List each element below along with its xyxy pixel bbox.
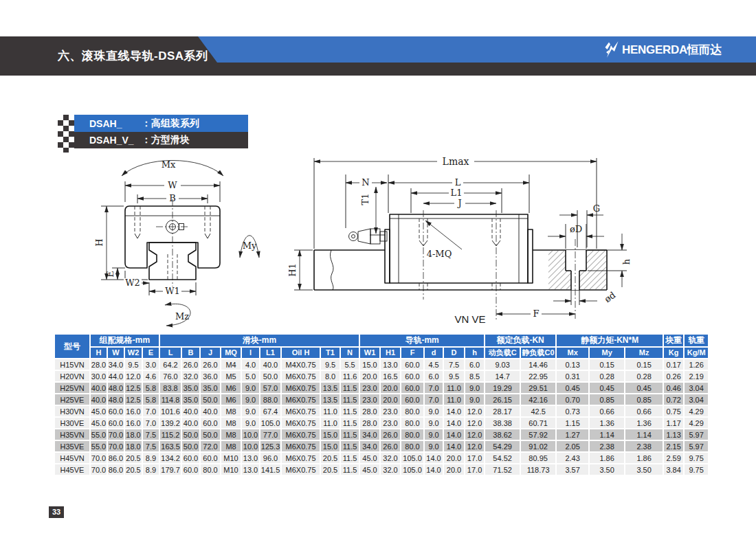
value-cell: 11.5	[340, 382, 359, 394]
value-cell: 2.19	[684, 370, 709, 382]
value-cell: 105.0	[260, 417, 281, 429]
value-cell: 19.29	[485, 382, 520, 394]
value-cell: 86.0	[107, 464, 124, 475]
value-cell: 16.5	[380, 370, 401, 382]
value-cell: 28.17	[485, 405, 520, 417]
value-cell: 23.0	[380, 417, 401, 429]
value-cell: M6X0.75	[281, 417, 320, 429]
value-cell: 70.0	[107, 440, 124, 452]
value-cell: 4.6	[142, 370, 159, 382]
value-cell: 139.2	[159, 417, 181, 429]
value-cell: 36.0	[200, 370, 221, 382]
value-cell: 0.31	[556, 370, 589, 382]
value-cell: 80.0	[401, 417, 424, 429]
value-cell: 0.17	[663, 359, 684, 370]
column-header: Kg	[663, 347, 684, 359]
model-cell: H45VE	[54, 464, 90, 475]
value-cell: 105.0	[401, 464, 424, 475]
value-cell: 9.0	[465, 394, 485, 405]
value-cell: 1.14	[589, 429, 625, 440]
column-header: W2	[124, 347, 142, 359]
value-cell: 38.38	[485, 417, 520, 429]
table-row: H25VE40.048.012.55.8114.835.050.0M69.088…	[54, 394, 709, 405]
column-header: d	[424, 347, 443, 359]
value-cell: 23.0	[359, 382, 380, 394]
checker-decoration	[58, 115, 74, 153]
table-row: H35VN55.070.018.07.5115.250.050.0M810.07…	[54, 429, 709, 440]
value-cell: 34.0	[359, 429, 380, 440]
value-cell: 9.5	[443, 370, 465, 382]
value-cell: 34.0	[107, 359, 124, 370]
value-cell: 2.15	[663, 440, 684, 452]
value-cell: 9.0	[424, 405, 443, 417]
table-row: H35VE55.070.018.07.5163.550.072.0M810.01…	[54, 440, 709, 452]
value-cell: 64.2	[159, 359, 181, 370]
value-cell: 88.0	[260, 394, 281, 405]
column-group-header: 导轨-mm	[359, 334, 485, 347]
table-row: H25VN40.048.012.55.883.835.035.0M69.057.…	[54, 382, 709, 394]
value-cell: 3.50	[625, 464, 663, 475]
value-cell: 40.0	[260, 359, 281, 370]
value-cell: 70.0	[90, 464, 107, 475]
value-cell: 0.46	[663, 382, 684, 394]
dim-label-od-small: ød	[602, 290, 617, 305]
value-cell: 11.0	[320, 405, 340, 417]
value-cell: 1.17	[663, 417, 684, 429]
column-header: F	[401, 347, 424, 359]
page-number: 33	[49, 506, 64, 518]
dim-label-my: My	[243, 240, 257, 251]
value-cell: 4.29	[684, 417, 709, 429]
value-cell: 9.03	[485, 359, 520, 370]
model-cell: H15VN	[54, 359, 90, 370]
value-cell: 0.70	[556, 394, 589, 405]
dim-label-h: H	[94, 238, 104, 246]
value-cell: 0.73	[556, 405, 589, 417]
value-cell: M6	[221, 394, 241, 405]
value-cell: 114.8	[159, 394, 181, 405]
model-cell: H20VN	[54, 370, 90, 382]
value-cell: 0.66	[625, 405, 663, 417]
value-cell: 15.0	[320, 429, 340, 440]
value-cell: 14.7	[485, 370, 520, 382]
column-header: h	[465, 347, 485, 359]
value-cell: 55.0	[90, 440, 107, 452]
value-cell: 32.0	[380, 452, 401, 464]
value-cell: 1.14	[625, 429, 663, 440]
dim-label-w: W	[168, 180, 177, 190]
value-cell: 77.0	[260, 429, 281, 440]
value-cell: M10	[221, 464, 241, 475]
value-cell: 12.0	[465, 429, 485, 440]
value-cell: 3.57	[556, 464, 589, 475]
value-cell: 5.5	[340, 359, 359, 370]
value-cell: 7.0	[142, 417, 159, 429]
value-cell: 179.7	[159, 464, 181, 475]
column-group-header: 额定负载-KN	[485, 334, 556, 347]
value-cell: 23.0	[359, 394, 380, 405]
value-cell: 70.0	[90, 452, 107, 464]
value-cell: 134.2	[159, 452, 181, 464]
value-cell: 1.86	[589, 452, 625, 464]
value-cell: 3.0	[142, 359, 159, 370]
column-header: 静负载C0	[520, 347, 556, 359]
value-cell: 7.5	[142, 440, 159, 452]
dim-label-g: G	[593, 203, 600, 214]
value-cell: 8.5	[465, 370, 485, 382]
column-group-header: 静额力矩-KN*M	[556, 334, 663, 347]
value-cell: 14.0	[424, 464, 443, 475]
dim-label-h1: H1	[289, 263, 298, 277]
value-cell: 6.0	[465, 359, 485, 370]
value-cell: 80.95	[520, 452, 556, 464]
model-cell: H45VN	[54, 452, 90, 464]
value-cell: M6X0.75	[281, 452, 320, 464]
value-cell: 20.5	[320, 452, 340, 464]
value-cell: 50.0	[200, 429, 221, 440]
column-header: T1	[320, 347, 340, 359]
value-cell: M6X0.75	[281, 394, 320, 405]
value-cell: 60.71	[520, 417, 556, 429]
value-cell: 28.0	[359, 405, 380, 417]
value-cell: 26.15	[485, 394, 520, 405]
value-cell: 105.0	[401, 452, 424, 464]
dim-label-l: L	[455, 177, 461, 188]
column-group-header: 组配规格-mm	[90, 334, 159, 347]
value-cell: 13.0	[380, 359, 401, 370]
